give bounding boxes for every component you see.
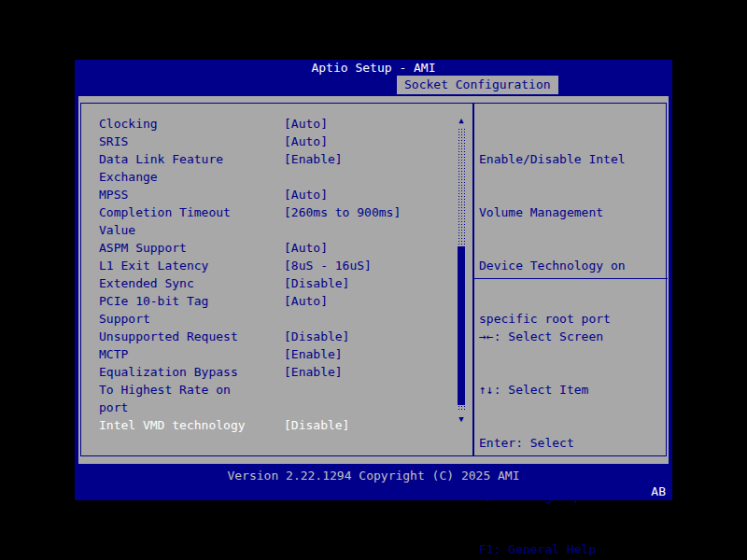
menu-item-data-link-feature[interactable]: Data Link Feature[Enable] bbox=[81, 150, 458, 168]
option-value[interactable]: [8uS - 16uS] bbox=[284, 257, 372, 274]
bios-panel: Aptio Setup - AMI Socket Configuration C… bbox=[75, 60, 672, 500]
option-value[interactable]: [Disable] bbox=[284, 328, 349, 345]
scrollbar[interactable]: ▲ ▼ bbox=[456, 115, 467, 425]
hotkey-legend: →←: Select Screen ↑↓: Select Item Enter:… bbox=[479, 292, 640, 560]
option-value[interactable]: [Enable] bbox=[284, 150, 343, 168]
option-value[interactable]: [Disable] bbox=[284, 274, 349, 292]
menu-item-pcie-10bit-tag[interactable]: PCIe 10-bit Tag[Auto] bbox=[81, 292, 458, 310]
options-pane: Clocking[Auto] SRIS[Auto] Data Link Feat… bbox=[81, 104, 458, 455]
menu-item-mctp[interactable]: MCTP[Enable] bbox=[81, 345, 458, 363]
menu-item-clocking[interactable]: Clocking[Auto] bbox=[81, 115, 458, 133]
scroll-up-icon[interactable]: ▲ bbox=[456, 115, 467, 126]
option-value[interactable]: [Auto] bbox=[284, 115, 328, 133]
menu-item-label-wrap: port bbox=[81, 399, 458, 416]
menu-item-equalization-bypass[interactable]: Equalization Bypass[Enable] bbox=[81, 363, 458, 381]
menu-item-aspm-support[interactable]: ASPM Support[Auto] bbox=[81, 239, 458, 257]
menu-item-extended-sync[interactable]: Extended Sync[Disable] bbox=[81, 274, 458, 292]
option-value[interactable]: [Auto] bbox=[284, 292, 328, 310]
menu-item-sris[interactable]: SRIS[Auto] bbox=[81, 133, 458, 150]
option-value[interactable]: [Enable] bbox=[284, 345, 343, 363]
option-value[interactable]: [Auto] bbox=[284, 186, 328, 203]
option-value[interactable]: [260ms to 900ms] bbox=[284, 203, 401, 221]
menu-item-unsupported-request[interactable]: Unsupported Request[Disable] bbox=[81, 328, 458, 345]
help-pane: Enable/Disable Intel Volume Management D… bbox=[474, 104, 668, 455]
bios-title: Aptio Setup - AMI bbox=[75, 60, 672, 76]
menu-item-intel-vmd-technology[interactable]: Intel VMD technology[Disable] bbox=[81, 416, 458, 434]
hotkey-select-item: ↑↓: Select Item bbox=[479, 381, 640, 399]
menu-item-label-wrap: Exchange bbox=[81, 168, 458, 186]
option-value[interactable]: [Auto] bbox=[284, 133, 328, 150]
menu-item-l1-exit-latency[interactable]: L1 Exit Latency[8uS - 16uS] bbox=[81, 257, 458, 274]
hotkey-change-opt: +/-: Change Opt. bbox=[479, 487, 640, 505]
menu-item-label-wrap: Value bbox=[81, 221, 458, 239]
menu-item-mpss[interactable]: MPSS[Auto] bbox=[81, 186, 458, 203]
hotkey-select-screen: →←: Select Screen bbox=[479, 328, 640, 345]
option-value[interactable]: [Auto] bbox=[284, 239, 328, 257]
hotkey-enter-select: Enter: Select bbox=[479, 434, 640, 452]
menu-item-label-wrap: Support bbox=[81, 310, 458, 328]
bios-screen: Aptio Setup - AMI Socket Configuration C… bbox=[0, 0, 747, 560]
hotkey-f1-general-help: F1: General Help bbox=[479, 540, 640, 558]
content-frame: Clocking[Auto] SRIS[Auto] Data Link Feat… bbox=[80, 103, 667, 456]
main-panel: Clocking[Auto] SRIS[Auto] Data Link Feat… bbox=[78, 96, 669, 464]
option-value[interactable]: [Disable] bbox=[284, 416, 349, 434]
scroll-down-icon[interactable]: ▼ bbox=[456, 413, 467, 425]
tab-socket-configuration[interactable]: Socket Configuration bbox=[397, 76, 558, 94]
version-bar: Version 2.22.1294 Copyright (C) 2025 AMI bbox=[75, 467, 672, 484]
menu-item-label-wrap: To Highest Rate on bbox=[81, 381, 458, 399]
help-divider bbox=[474, 278, 668, 279]
option-value[interactable]: [Enable] bbox=[284, 363, 343, 381]
menu-item-completion-timeout[interactable]: Completion Timeout[260ms to 900ms] bbox=[81, 203, 458, 221]
corner-badge: AB bbox=[651, 484, 666, 498]
scrollbar-thumb[interactable] bbox=[458, 246, 465, 405]
